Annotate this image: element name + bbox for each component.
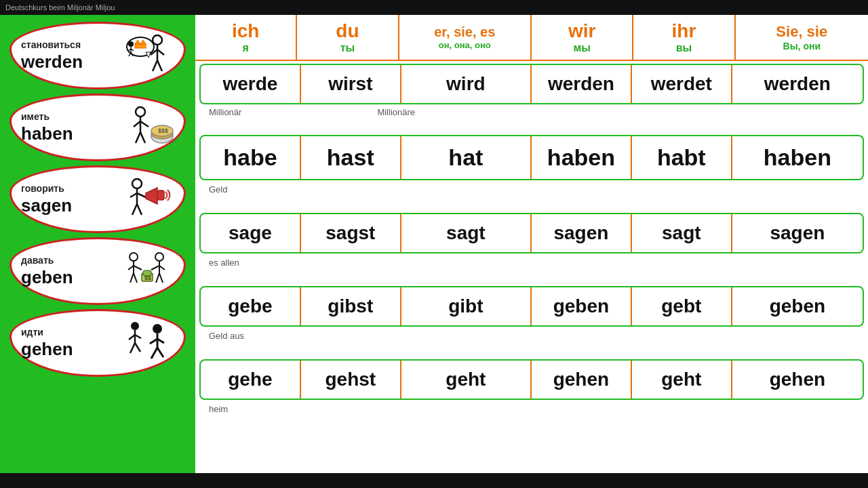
russian-werden: становиться	[21, 39, 81, 50]
cell-sagen-sie: sagen	[732, 214, 863, 252]
gehen-row-wrapper: gehe gehst geht gehen geht gehen heim	[195, 357, 868, 416]
pronoun-ru-ihr: вы	[676, 42, 692, 54]
svg-line-5	[157, 60, 162, 71]
haben-row-wrapper: habe hast hat haben habt haben Geld	[195, 132, 868, 197]
svg-line-54	[135, 343, 140, 352]
sagen-icon	[120, 176, 174, 223]
russian-gehen: идти	[21, 327, 43, 338]
svg-line-52	[135, 335, 141, 338]
svg-line-19	[140, 121, 149, 127]
gehen-icon	[120, 319, 174, 367]
svg-line-59	[151, 348, 157, 359]
cell-werden-wir: werden	[532, 65, 632, 103]
svg-line-37	[134, 266, 142, 270]
sagen-row-container: sage sagst sagt sagen sagt sagen	[199, 213, 864, 253]
svg-point-34	[130, 253, 138, 261]
header-du: du ты	[297, 15, 399, 60]
svg-line-51	[129, 335, 135, 340]
werden-row-container: werde wirst wird werden werdet werden	[199, 64, 864, 104]
cell-habe: habe	[201, 136, 301, 179]
cell-geht-er: geht	[401, 361, 532, 399]
geben-row: gebe gibst gibt geben gebt geben	[201, 287, 863, 325]
cell-hast: hast	[301, 136, 401, 179]
svg-point-26	[132, 179, 142, 188]
geben-row-wrapper: gebe gibst gibt geben gebt geben Geld au…	[195, 283, 868, 343]
geben-icon: $$	[120, 247, 174, 295]
cell-werde: werde	[201, 65, 301, 103]
svg-point-40	[155, 253, 163, 261]
cell-gebe: gebe	[201, 287, 301, 325]
pronoun-de-ich: ich	[232, 20, 259, 42]
main-content: становиться werden	[0, 15, 868, 473]
svg-rect-9	[135, 44, 146, 48]
svg-line-45	[159, 273, 163, 283]
pronoun-de-sie: Sie, sie	[776, 23, 827, 41]
svg-line-30	[132, 204, 137, 215]
vocab-item-haben: иметь haben $$$	[9, 94, 186, 161]
svg-line-20	[136, 132, 140, 143]
svg-line-18	[134, 121, 140, 127]
russian-sagen: говорить	[21, 183, 64, 194]
svg-line-21	[140, 132, 145, 143]
cell-geben-wir: geben	[532, 287, 632, 325]
german-gehen: gehen	[21, 339, 73, 360]
pronoun-de-er: er, sie, es	[434, 24, 495, 40]
svg-line-42	[151, 266, 159, 270]
german-sagen: sagen	[21, 195, 72, 216]
cell-gibst: gibst	[301, 287, 401, 325]
haben-row: habe hast hat haben habt haben	[201, 136, 863, 179]
sidebar: становиться werden	[0, 15, 195, 473]
cell-wird: wird	[401, 65, 532, 103]
cell-gehen-wir: gehen	[532, 361, 632, 399]
german-werden: werden	[21, 52, 83, 73]
cell-sagt-ihr: sagt	[632, 214, 732, 252]
cell-sagen-wir: sagen	[532, 214, 632, 252]
svg-point-55	[153, 324, 162, 333]
bottom-bar	[0, 473, 868, 488]
gehen-row: gehe gehst geht gehen geht gehen	[201, 361, 863, 399]
label-heim: heim	[209, 404, 228, 414]
cell-sagt-er: sagt	[401, 214, 532, 252]
werden-row: werde wirst wird werden werdet werden	[201, 65, 863, 103]
sagen-row-wrapper: sage sagst sagt sagen sagt sagen es alle…	[195, 210, 868, 270]
label-geld: Geld	[209, 184, 227, 195]
cell-geht-ihr: geht	[632, 361, 732, 399]
svg-rect-33	[157, 190, 164, 200]
pronoun-ru-wir: мы	[573, 42, 591, 54]
svg-point-0	[153, 35, 162, 45]
svg-point-16	[136, 107, 145, 117]
svg-line-28	[130, 193, 137, 197]
cell-sagst: sagst	[301, 214, 401, 252]
cell-werdet: werdet	[632, 65, 732, 103]
cell-gehen-sie: gehen	[732, 361, 863, 399]
svg-line-31	[137, 204, 142, 215]
svg-point-49	[131, 322, 139, 330]
header-ich: ich я	[195, 15, 297, 60]
cell-hat: hat	[401, 136, 532, 179]
pronoun-de-ihr: ihr	[672, 20, 696, 42]
cell-werden-sie: werden	[732, 65, 863, 103]
svg-rect-48	[143, 270, 151, 276]
header-sie-sie: Sie, sie Вы, они	[736, 15, 868, 60]
pronoun-de-wir: wir	[568, 20, 595, 42]
svg-line-44	[156, 273, 159, 283]
cell-wirst: wirst	[301, 65, 401, 103]
cell-sage: sage	[201, 214, 301, 252]
svg-line-57	[150, 339, 157, 344]
table-section: ich я du ты er, sie, es он, она, оно wir…	[195, 15, 868, 473]
german-geben: geben	[21, 267, 73, 288]
cell-geben-sie: geben	[732, 287, 863, 325]
cell-gibt: gibt	[401, 287, 532, 325]
pronoun-de-du: du	[336, 20, 359, 42]
label-millionar: Millionär	[209, 107, 241, 117]
top-bar-text: Deutschkurs beim Miljonär Miljou	[5, 3, 115, 12]
svg-line-29	[137, 193, 146, 197]
pronoun-ru-ich: я	[242, 42, 248, 54]
pronoun-ru-sie: Вы, они	[783, 41, 821, 52]
vocab-item-werden: становиться werden	[9, 22, 186, 89]
header-ihr: ihr вы	[633, 15, 735, 60]
top-bar: Deutschkurs beim Miljonär Miljou	[0, 0, 868, 15]
geben-row-container: gebe gibst gibt geben gebt geben	[199, 286, 864, 327]
russian-haben: иметь	[21, 111, 50, 122]
svg-line-4	[153, 60, 157, 71]
